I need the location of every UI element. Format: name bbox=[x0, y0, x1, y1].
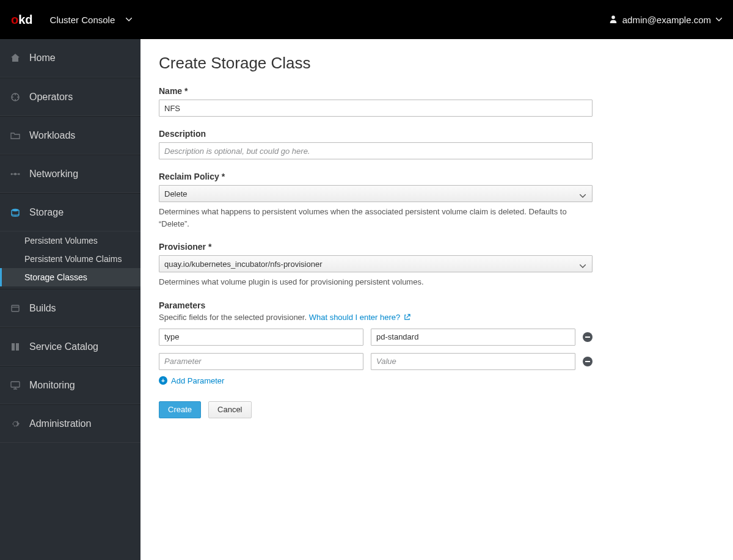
cancel-button[interactable]: Cancel bbox=[208, 401, 251, 418]
builds-icon bbox=[10, 303, 21, 314]
folder-icon bbox=[10, 130, 21, 141]
name-input[interactable] bbox=[159, 100, 593, 117]
network-icon bbox=[10, 169, 21, 180]
monitor-icon bbox=[10, 380, 21, 391]
parameter-key-input[interactable] bbox=[159, 353, 363, 370]
sidebar-item-administration[interactable]: Administration bbox=[0, 404, 140, 443]
parameters-help-link-text: What should I enter here? bbox=[309, 313, 401, 322]
remove-parameter-button[interactable] bbox=[583, 332, 593, 342]
svg-point-6 bbox=[12, 208, 19, 211]
remove-parameter-button[interactable] bbox=[583, 357, 593, 366]
console-selector[interactable]: Cluster Console bbox=[50, 15, 133, 25]
reclaim-policy-label: Reclaim Policy * bbox=[159, 172, 593, 181]
sidebar-item-label: Operators bbox=[29, 92, 73, 103]
sidebar: Home Operators Workloads Networking bbox=[0, 39, 140, 560]
reclaim-policy-value: Delete bbox=[164, 189, 188, 198]
chevron-down-icon bbox=[716, 18, 722, 21]
chevron-down-icon bbox=[126, 18, 132, 21]
sidebar-item-label: Workloads bbox=[29, 130, 75, 141]
sidebar-item-label: Monitoring bbox=[29, 380, 75, 391]
create-button[interactable]: Create bbox=[159, 401, 201, 418]
sidebar-item-builds[interactable]: Builds bbox=[0, 289, 140, 327]
user-menu-label: admin@example.com bbox=[622, 15, 711, 25]
external-link-icon bbox=[404, 313, 410, 322]
sidebar-item-service-catalog[interactable]: Service Catalog bbox=[0, 327, 140, 366]
reclaim-policy-select[interactable]: Delete bbox=[159, 185, 593, 202]
storage-icon bbox=[10, 207, 21, 218]
sidebar-item-monitoring[interactable]: Monitoring bbox=[0, 366, 140, 404]
svg-rect-9 bbox=[585, 336, 590, 338]
create-storage-class-form: Name * Description Reclaim Policy * Dele… bbox=[159, 86, 593, 418]
gear-icon bbox=[10, 418, 21, 429]
sidebar-item-workloads[interactable]: Workloads bbox=[0, 116, 140, 155]
provisioner-label: Provisioner * bbox=[159, 242, 593, 252]
parameter-key-input[interactable] bbox=[159, 329, 363, 346]
top-bar: okd Cluster Console admin@example.com bbox=[0, 0, 733, 39]
svg-rect-7 bbox=[12, 305, 19, 311]
name-label: Name * bbox=[159, 86, 593, 96]
provisioner-select[interactable]: quay.io/kubernetes_incubator/nfs-provisi… bbox=[159, 255, 593, 272]
parameter-row bbox=[159, 353, 593, 370]
svg-rect-5 bbox=[12, 173, 18, 174]
plus-icon: + bbox=[159, 376, 167, 385]
sidebar-item-networking[interactable]: Networking bbox=[0, 155, 140, 193]
brand-d: d bbox=[25, 13, 32, 27]
sidebar-item-label: Service Catalog bbox=[29, 341, 98, 352]
console-selector-label: Cluster Console bbox=[50, 15, 115, 25]
svg-rect-8 bbox=[11, 382, 20, 387]
parameters-help-link[interactable]: What should I enter here? bbox=[309, 313, 410, 322]
provisioner-help: Determines what volume plugin is used fo… bbox=[159, 276, 593, 288]
brand-logo: okd bbox=[11, 13, 33, 27]
parameters-description: Specific fields for the selected provisi… bbox=[159, 313, 593, 322]
catalog-icon bbox=[10, 341, 21, 352]
provisioner-value: quay.io/kubernetes_incubator/nfs-provisi… bbox=[164, 260, 322, 269]
parameters-label: Parameters bbox=[159, 300, 593, 310]
description-input[interactable] bbox=[159, 142, 593, 159]
user-menu[interactable]: admin@example.com bbox=[609, 15, 722, 25]
chevron-down-icon bbox=[580, 191, 586, 197]
sidebar-item-label: Home bbox=[29, 53, 56, 64]
brand-o: o bbox=[11, 13, 18, 27]
add-parameter-label: Add Parameter bbox=[171, 376, 224, 385]
sidebar-sub-pv[interactable]: Persistent Volumes bbox=[0, 231, 140, 250]
sidebar-subnav-storage: Persistent Volumes Persistent Volume Cla… bbox=[0, 231, 140, 289]
svg-rect-10 bbox=[585, 361, 590, 362]
sidebar-sub-storage-classes[interactable]: Storage Classes bbox=[0, 268, 140, 286]
parameter-value-input[interactable] bbox=[371, 329, 575, 346]
sidebar-item-label: Storage bbox=[29, 207, 64, 218]
brand-k: k bbox=[18, 13, 25, 27]
sidebar-item-operators[interactable]: Operators bbox=[0, 78, 140, 116]
chevron-down-icon bbox=[580, 261, 586, 267]
user-icon bbox=[609, 15, 618, 25]
page-title: Create Storage Class bbox=[159, 54, 715, 73]
operators-icon bbox=[10, 92, 21, 103]
parameter-value-input[interactable] bbox=[371, 353, 575, 370]
sidebar-item-label: Networking bbox=[29, 169, 78, 180]
reclaim-policy-help: Determines what happens to persistent vo… bbox=[159, 206, 593, 230]
sidebar-sub-pvc[interactable]: Persistent Volume Claims bbox=[0, 250, 140, 268]
home-icon bbox=[10, 53, 21, 64]
sidebar-item-storage[interactable]: Storage bbox=[0, 193, 140, 231]
sidebar-item-label: Builds bbox=[29, 303, 56, 314]
add-parameter-button[interactable]: + Add Parameter bbox=[159, 376, 593, 385]
sidebar-item-home[interactable]: Home bbox=[0, 39, 140, 78]
svg-point-0 bbox=[611, 15, 615, 19]
parameters-desc-text: Specific fields for the selected provisi… bbox=[159, 313, 309, 322]
sidebar-item-label: Administration bbox=[29, 418, 91, 429]
description-label: Description bbox=[159, 129, 593, 139]
parameter-row bbox=[159, 329, 593, 346]
main-content: Create Storage Class Name * Description … bbox=[140, 39, 733, 560]
